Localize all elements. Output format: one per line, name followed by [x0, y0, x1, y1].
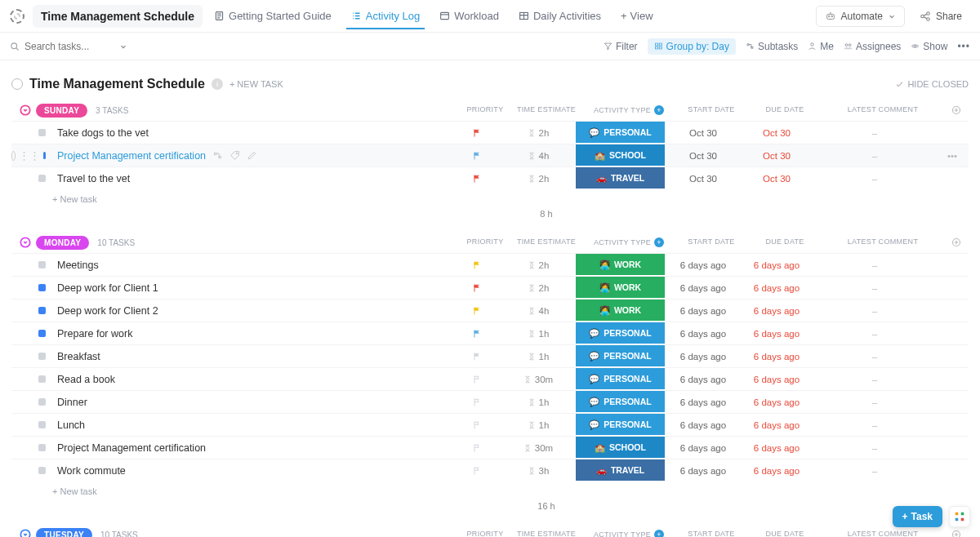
activity-cell[interactable]: 💬PERSONAL: [575, 368, 666, 391]
flag-icon[interactable]: [472, 329, 482, 339]
start-date-cell[interactable]: Oct 30: [666, 122, 740, 144]
comment-cell[interactable]: –: [813, 167, 936, 190]
row-more-button[interactable]: •••: [936, 144, 969, 167]
flag-icon[interactable]: [472, 375, 482, 384]
comment-cell[interactable]: –: [813, 122, 936, 144]
activity-cell[interactable]: 👩‍💻WORK: [575, 277, 666, 300]
comment-cell[interactable]: –: [813, 144, 936, 167]
priority-cell[interactable]: [452, 300, 501, 322]
flag-icon[interactable]: [472, 306, 482, 316]
task-name[interactable]: Dinner: [52, 397, 452, 408]
task-name[interactable]: Travel to the vet: [52, 173, 452, 184]
due-date-cell[interactable]: 6 days ago: [740, 391, 813, 414]
flag-icon[interactable]: [472, 151, 482, 161]
activity-cell[interactable]: 🚗TRAVEL: [575, 459, 666, 482]
start-date-cell[interactable]: 6 days ago: [666, 368, 740, 391]
tab-workload[interactable]: Workload: [431, 3, 507, 29]
col-start[interactable]: START DATE: [675, 105, 748, 115]
start-date-cell[interactable]: 6 days ago: [666, 414, 740, 437]
drag-handle-icon[interactable]: ⋮⋮: [19, 149, 40, 162]
flag-icon[interactable]: [472, 420, 482, 430]
search-input[interactable]: [24, 41, 114, 52]
col-activity[interactable]: ACTIVITY TYPE+: [583, 530, 675, 537]
status-square[interactable]: [38, 175, 46, 182]
col-priority[interactable]: PRIORITY: [461, 237, 510, 247]
flag-icon[interactable]: [472, 260, 482, 270]
priority-cell[interactable]: [452, 277, 501, 300]
priority-cell[interactable]: [452, 414, 501, 437]
col-activity[interactable]: ACTIVITY TYPE+: [583, 105, 675, 115]
start-date-cell[interactable]: 6 days ago: [666, 254, 740, 277]
task-row[interactable]: Breakfast 1h 💬PERSONAL 6 days ago 6 days…: [11, 344, 969, 367]
comment-cell[interactable]: –: [813, 345, 936, 368]
tab-activity-log[interactable]: Activity Log: [343, 3, 428, 29]
activity-cell[interactable]: 💬PERSONAL: [575, 391, 666, 414]
start-date-cell[interactable]: 6 days ago: [666, 345, 740, 368]
new-task-fab[interactable]: + Task: [893, 506, 942, 527]
flag-icon[interactable]: [472, 283, 482, 293]
col-due[interactable]: DUE DATE: [748, 237, 822, 247]
new-task-row[interactable]: + New task: [11, 189, 969, 204]
due-date-cell[interactable]: Oct 30: [740, 144, 813, 167]
comment-cell[interactable]: –: [813, 391, 936, 414]
due-date-cell[interactable]: 6 days ago: [740, 277, 813, 300]
priority-cell[interactable]: [452, 254, 501, 277]
subtask-icon[interactable]: [212, 150, 223, 161]
due-date-cell[interactable]: 6 days ago: [740, 300, 813, 322]
priority-cell[interactable]: [452, 368, 501, 391]
comment-cell[interactable]: –: [813, 368, 936, 391]
col-priority[interactable]: PRIORITY: [461, 105, 510, 115]
activity-cell[interactable]: 💬PERSONAL: [575, 414, 666, 437]
due-date-cell[interactable]: 6 days ago: [740, 322, 813, 345]
estimate-cell[interactable]: 1h: [501, 391, 575, 414]
edit-icon[interactable]: [247, 150, 257, 161]
status-square[interactable]: [38, 129, 46, 136]
flag-icon[interactable]: [472, 352, 482, 362]
filter-button[interactable]: Filter: [604, 41, 638, 52]
select-circle[interactable]: [11, 151, 16, 161]
plus-icon[interactable]: +: [654, 105, 664, 115]
activity-cell[interactable]: 🏫SCHOOL: [575, 437, 666, 459]
row-more-button[interactable]: [936, 459, 969, 482]
due-date-cell[interactable]: 6 days ago: [740, 345, 813, 368]
start-date-cell[interactable]: 6 days ago: [666, 300, 740, 322]
due-date-cell[interactable]: 6 days ago: [740, 437, 813, 459]
priority-cell[interactable]: [452, 144, 501, 167]
col-estimate[interactable]: TIME ESTIMATE: [510, 105, 583, 115]
plus-icon[interactable]: +: [654, 530, 664, 537]
start-date-cell[interactable]: Oct 30: [666, 167, 740, 190]
estimate-cell[interactable]: 2h: [501, 277, 575, 300]
start-date-cell[interactable]: Oct 30: [666, 144, 740, 167]
task-name[interactable]: Lunch: [52, 419, 452, 431]
task-name[interactable]: Meetings: [52, 260, 452, 271]
col-comment[interactable]: LATEST COMMENT: [822, 530, 944, 537]
new-task-header[interactable]: + NEW TASK: [229, 79, 283, 89]
start-date-cell[interactable]: 6 days ago: [666, 322, 740, 345]
me-button[interactable]: Me: [808, 41, 834, 52]
comment-cell[interactable]: –: [813, 437, 936, 459]
task-row[interactable]: Deep work for Client 2 4h 👩‍💻WORK 6 days…: [11, 299, 969, 322]
priority-cell[interactable]: [452, 167, 501, 190]
col-activity[interactable]: ACTIVITY TYPE+: [583, 237, 675, 247]
flag-icon[interactable]: [472, 466, 482, 476]
activity-cell[interactable]: 👩‍💻WORK: [575, 254, 666, 277]
row-more-button[interactable]: [936, 254, 969, 277]
task-name[interactable]: Take dogs to the vet: [52, 127, 452, 139]
chevron-down-icon[interactable]: [20, 529, 31, 537]
task-name[interactable]: Work commute: [52, 465, 452, 477]
task-name[interactable]: Read a book: [52, 374, 452, 385]
task-row[interactable]: Deep work for Client 1 2h 👩‍💻WORK 6 days…: [11, 276, 969, 299]
row-more-button[interactable]: [936, 414, 969, 437]
start-date-cell[interactable]: 6 days ago: [666, 391, 740, 414]
status-square[interactable]: [38, 375, 46, 383]
activity-cell[interactable]: 💬PERSONAL: [575, 122, 666, 144]
flag-icon[interactable]: [472, 397, 482, 407]
task-name[interactable]: Breakfast: [52, 351, 452, 362]
task-row[interactable]: Lunch 1h 💬PERSONAL 6 days ago 6 days ago…: [11, 413, 969, 436]
col-due[interactable]: DUE DATE: [748, 105, 822, 115]
share-button[interactable]: Share: [911, 7, 970, 26]
status-square[interactable]: [38, 330, 46, 337]
add-column-button[interactable]: [944, 530, 969, 537]
assignees-button[interactable]: Assignees: [844, 41, 901, 52]
tab-daily-activities[interactable]: Daily Activities: [510, 3, 609, 29]
